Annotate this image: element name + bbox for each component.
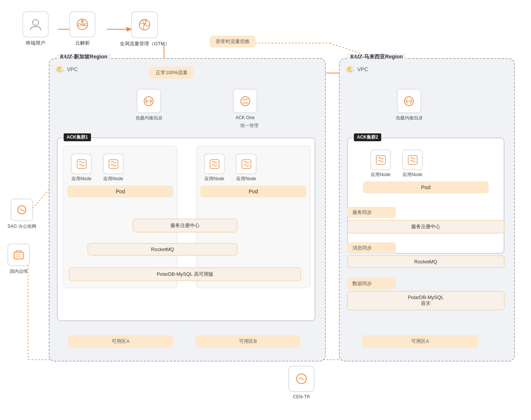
svg-rect-50	[109, 160, 118, 169]
dns-icon-box: ONE 云解析	[69, 11, 95, 46]
sg-rocketmq: RocketMQ	[88, 243, 237, 256]
my-rocketmq: RocketMQ	[347, 256, 504, 268]
my-node-1-icon	[370, 149, 391, 170]
sg-slb-box: 负载均衡SLB	[136, 89, 162, 121]
gtm-icon	[131, 11, 158, 38]
exception-switch-label: 异常时流量切换	[216, 39, 250, 44]
my-vpc-text: VPC	[357, 66, 368, 72]
svg-rect-54	[376, 155, 385, 164]
gtm-label: 全局流量管理（GTM）	[120, 40, 170, 47]
domestic-box: 国内运维	[7, 244, 30, 275]
sg-ack-cluster: ACK集群1 应用Node	[57, 138, 315, 321]
cen-tr-box: CEN-TR	[288, 366, 315, 399]
sg-node-2: 应用Node	[103, 154, 124, 182]
sg-vpc-text: VPC	[67, 66, 78, 72]
sg-pod-a-box: Pod	[67, 185, 173, 197]
sg-slb-label: 负载均衡SLB	[136, 115, 162, 121]
my-polardb: PolarDB-MySQL 容灾	[347, 291, 504, 310]
sg-zone-b-bar: 可用区B	[195, 335, 300, 348]
user-label: 终端用户	[26, 40, 45, 46]
sg-zone-a-bar: 可用区A	[68, 335, 173, 348]
my-node-2: 应用Node	[402, 149, 423, 178]
sg-node-3: 应用Node	[204, 154, 225, 182]
normal-flow-box: 正常100%流量	[150, 67, 194, 79]
dns-label: 云解析	[75, 40, 90, 46]
domestic-label: 国内运维	[10, 268, 28, 275]
my-raiz-brand: RAIZ	[350, 54, 362, 60]
my-rocketmq-bar: RocketMQ	[347, 256, 504, 268]
sag-icon	[10, 199, 33, 221]
svg-text:One: One	[242, 101, 248, 105]
my-vpc-label: 🌤️ VPC	[346, 65, 368, 74]
sg-vpc-label: 🌤️ VPC	[55, 65, 78, 74]
sg-node-4: 应用Node	[236, 154, 257, 182]
user-icon	[22, 11, 49, 37]
sg-node-1-label: 应用Node	[72, 176, 91, 182]
my-zone-a: 可用区A	[362, 335, 478, 348]
msg-sync-label: 消息同步	[347, 242, 396, 254]
sg-rocketmq-bar: RocketMQ	[88, 243, 237, 256]
svg-rect-49	[77, 160, 86, 169]
my-node-1-label: 应用Node	[371, 172, 391, 178]
sg-nodes-left: 应用Node 应用Node	[71, 154, 124, 182]
my-slb-icon	[397, 89, 421, 113]
sg-polardb: PolarDB-MySQL 高可用版	[69, 268, 301, 281]
my-node-1: 应用Node	[370, 149, 391, 178]
sg-region-label: RAIZ-新加坡Region	[57, 54, 110, 60]
sg-node-4-label: 应用Node	[236, 176, 256, 182]
sg-zone-a: 可用区A	[68, 335, 173, 348]
ack-one-box: ACK One ACK One	[233, 89, 257, 120]
sg-node-3-label: 应用Node	[204, 176, 224, 182]
svg-rect-51	[210, 160, 219, 169]
sag-box: SAG 办公组网	[7, 199, 36, 230]
svg-rect-52	[242, 160, 251, 169]
diagram-container: 终端用户 ONE 云解析	[0, 0, 531, 420]
sg-cluster-label: ACK集群1	[64, 133, 91, 141]
svg-point-40	[33, 19, 39, 25]
sg-region-text: -新加坡Region	[72, 54, 107, 60]
sg-zone-b: 可用区B	[195, 335, 300, 348]
svg-text:ACK: ACK	[242, 98, 248, 101]
sg-vpc-icon: 🌤️	[55, 65, 65, 74]
my-region: RAIZ-马来西亚Region 🌤️ VPC 负载均衡SLB ACK集群2	[339, 58, 515, 362]
sg-node-1: 应用Node	[71, 154, 92, 182]
my-slb-box: 负载均衡SLB	[396, 89, 422, 121]
svg-rect-55	[408, 155, 417, 164]
unified-mgmt-label: 统一管理	[240, 123, 258, 129]
my-node-2-label: 应用Node	[403, 172, 422, 178]
svg-rect-57	[14, 252, 23, 259]
sg-raiz-brand: RAIZ	[60, 54, 72, 60]
data-sync-label: 数据同步	[347, 278, 396, 289]
sg-pod-b: Pod	[200, 185, 306, 197]
my-vpc-icon: 🌤️	[346, 65, 355, 74]
my-cluster-label: ACK集群2	[354, 133, 381, 141]
sg-polardb-bar: PolarDB-MySQL 高可用版	[69, 268, 301, 281]
sg-pod-b-box: Pod	[200, 185, 306, 197]
sg-node-1-icon	[71, 154, 92, 174]
sg-node-2-label: 应用Node	[103, 176, 123, 182]
my-service-registry: 服务注册中心	[347, 220, 504, 233]
sg-node-3-icon	[204, 154, 225, 174]
my-ack-cluster: ACK集群2 应用Node	[347, 138, 504, 254]
msg-sync-box: 消息同步	[347, 242, 396, 254]
ack-one-label: ACK One	[236, 115, 255, 120]
svg-point-43	[81, 20, 84, 23]
sg-az-a-box: 应用Node 应用Node	[63, 146, 177, 288]
dns-icon: ONE	[69, 11, 95, 37]
my-polardb-bar: PolarDB-MySQL 容灾	[347, 291, 504, 310]
cen-tr-icon	[288, 366, 315, 392]
service-sync-label: 服务同步	[347, 207, 396, 218]
sg-node-4-icon	[236, 154, 257, 174]
my-pod-box: Pod	[363, 181, 489, 193]
sg-az-b-box: 应用Node 应用Node	[196, 146, 310, 288]
cen-tr-label: CEN-TR	[293, 394, 310, 399]
sg-pod-a: Pod	[67, 185, 173, 197]
gtm-icon-box: 全局流量管理（GTM）	[120, 11, 170, 47]
sg-service-registry-bar: 服务注册中心	[133, 219, 237, 232]
sag-label: SAG 办公组网	[7, 223, 36, 230]
svg-text:ONE: ONE	[78, 22, 87, 27]
sg-region: RAIZ-新加坡Region 🌤️ VPC 负载均衡SLB	[49, 58, 326, 362]
my-region-text: -马来西亚Region	[362, 54, 403, 60]
my-service-registry-bar: 服务注册中心	[347, 220, 504, 233]
domestic-icon	[7, 244, 30, 266]
